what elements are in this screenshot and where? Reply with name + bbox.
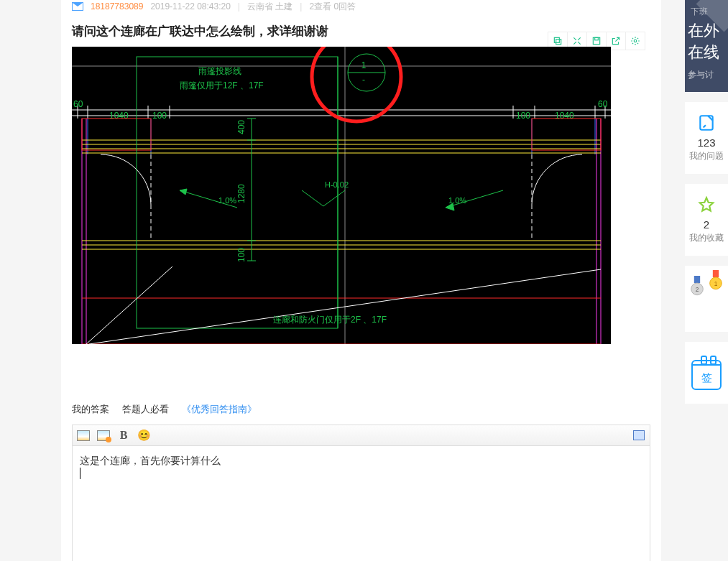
svg-text:100: 100	[152, 111, 167, 121]
post-stats: 2查看 0回答	[309, 1, 356, 13]
gold-medal-icon: 1	[709, 270, 723, 292]
svg-rect-1	[554, 37, 559, 42]
svg-point-4	[634, 40, 637, 42]
svg-text:1: 1	[361, 60, 367, 70]
svg-text:400: 400	[236, 120, 246, 134]
svg-text:2: 2	[696, 286, 699, 293]
editor-toolbar: B 😊	[73, 425, 650, 446]
questions-count: 123	[697, 136, 715, 149]
svg-text:雨篷仅用于12F 、17F: 雨篷仅用于12F 、17F	[180, 80, 264, 91]
favorites-label: 我的收藏	[689, 232, 724, 244]
user-id[interactable]: 18187783089	[91, 1, 143, 11]
promo-big2: 在线	[688, 43, 719, 61]
bold-icon[interactable]: B	[117, 429, 130, 442]
badges-card[interactable]: 2 1	[685, 266, 728, 332]
promo-top-text: 下班	[691, 6, 708, 18]
svg-text:1280: 1280	[236, 184, 246, 203]
svg-text:连廊和防火门仅用于2F 、17F: 连廊和防火门仅用于2F 、17F	[273, 315, 387, 325]
insert-image-local-icon[interactable]	[97, 429, 110, 442]
svg-rect-72	[694, 276, 700, 283]
silver-medal-icon: 2	[690, 276, 704, 297]
svg-rect-39	[532, 119, 601, 150]
svg-text:100: 100	[236, 248, 246, 262]
svg-rect-75	[713, 270, 719, 277]
svg-text:60: 60	[73, 99, 83, 109]
answer-editor: B 😊 这是个连廊，首先你要计算什么	[72, 425, 650, 561]
separator: |	[238, 1, 240, 11]
svg-text:100: 100	[516, 111, 530, 121]
promo-banner[interactable]: 下班 在外 在线 参与讨	[685, 0, 728, 92]
promo-big1: 在外	[688, 22, 719, 40]
svg-text:1.0%: 1.0%	[448, 196, 466, 205]
editor-content: 这是个连廊，首先你要计算什么	[80, 455, 221, 466]
answer-guide-link[interactable]: 《优秀回答指南》	[182, 403, 257, 416]
svg-text:雨篷投影线: 雨篷投影线	[198, 66, 241, 76]
svg-text:-: -	[362, 75, 365, 85]
svg-text:60: 60	[598, 99, 608, 109]
cad-drawing[interactable]: 60 1040 100 100 1040 60	[72, 47, 611, 344]
editor-textarea[interactable]: 这是个连廊，首先你要计算什么	[73, 446, 650, 561]
svg-marker-63	[180, 189, 187, 195]
my-favorites-card[interactable]: 2 我的收藏	[685, 184, 728, 256]
svg-rect-38	[82, 119, 151, 150]
answer-hint-label: 答题人必看	[122, 403, 169, 416]
calendar-icon: 签	[691, 356, 722, 390]
favorites-count: 2	[704, 218, 709, 231]
svg-rect-2	[593, 37, 599, 44]
settings-icon[interactable]	[625, 32, 645, 50]
svg-rect-3	[595, 37, 599, 40]
star-icon	[697, 195, 716, 214]
checkin-label: 签	[691, 371, 722, 385]
svg-text:1: 1	[714, 280, 718, 287]
post-timestamp: 2019-11-22 08:43:20	[150, 1, 230, 11]
questions-label: 我的问题	[689, 150, 724, 162]
question-icon	[697, 113, 716, 132]
insert-image-icon[interactable]	[77, 429, 90, 442]
envelope-icon	[72, 2, 83, 11]
promo-sub: 参与讨	[688, 69, 714, 81]
post-meta: 18187783089 2019-11-22 08:43:20 | 云南省 土建…	[72, 0, 650, 13]
svg-rect-0	[556, 40, 561, 45]
svg-text:1040: 1040	[109, 111, 129, 121]
checkin-card[interactable]: 签	[685, 342, 728, 404]
fullscreen-editor-icon[interactable]	[632, 429, 645, 442]
my-answer-label: 我的答案	[72, 403, 109, 416]
svg-text:1.0%: 1.0%	[218, 196, 236, 205]
text-caret	[80, 468, 80, 479]
my-questions-card[interactable]: 123 我的问题	[685, 102, 728, 174]
answer-section-header: 我的答案 答题人必看 《优秀回答指南》	[72, 403, 650, 416]
post-region: 云南省 土建	[247, 1, 292, 13]
emoji-icon[interactable]: 😊	[137, 429, 150, 442]
svg-line-60	[86, 266, 172, 344]
svg-text:H-0.02: H-0.02	[325, 180, 349, 189]
svg-text:1040: 1040	[555, 111, 574, 121]
separator: |	[300, 1, 302, 11]
